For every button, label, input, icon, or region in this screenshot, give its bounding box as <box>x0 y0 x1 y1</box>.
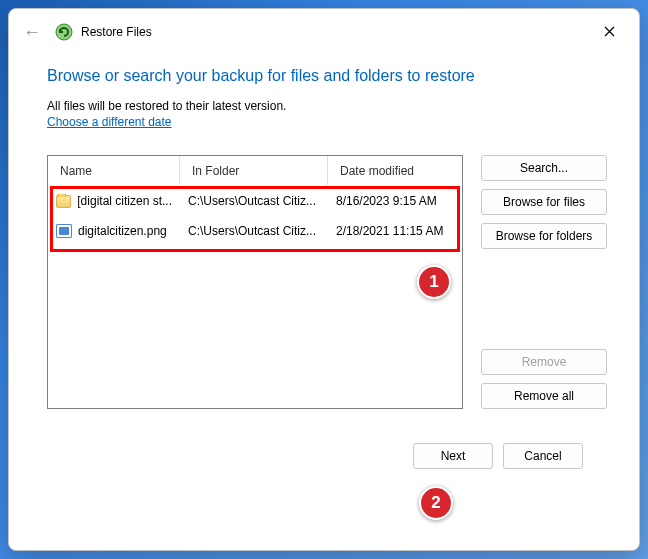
row-folder: C:\Users\Outcast Citiz... <box>180 194 328 208</box>
content-area: Browse or search your backup for files a… <box>9 55 639 550</box>
main-row: Name In Folder Date modified [digital ci… <box>47 155 607 409</box>
titlebar: ← Restore Files <box>9 9 639 55</box>
folder-icon <box>56 195 71 208</box>
list-header: Name In Folder Date modified <box>48 156 462 186</box>
remove-button[interactable]: Remove <box>481 349 607 375</box>
svg-point-0 <box>56 24 72 40</box>
choose-date-link[interactable]: Choose a different date <box>47 115 607 129</box>
footer-buttons: Next Cancel <box>47 443 607 489</box>
col-header-date[interactable]: Date modified <box>328 156 462 185</box>
col-header-name[interactable]: Name <box>48 156 180 185</box>
search-button[interactable]: Search... <box>481 155 607 181</box>
next-button[interactable]: Next <box>413 443 493 469</box>
table-row[interactable]: digitalcitizen.png C:\Users\Outcast Citi… <box>48 216 462 246</box>
browse-folders-button[interactable]: Browse for folders <box>481 223 607 249</box>
file-list[interactable]: Name In Folder Date modified [digital ci… <box>47 155 463 409</box>
list-rows: [digital citizen st... C:\Users\Outcast … <box>48 186 462 246</box>
col-header-folder[interactable]: In Folder <box>180 156 328 185</box>
row-date: 2/18/2021 11:15 AM <box>328 224 462 238</box>
row-date: 8/16/2023 9:15 AM <box>328 194 462 208</box>
restore-files-window: ← Restore Files Browse or search your ba… <box>8 8 640 551</box>
remove-all-button[interactable]: Remove all <box>481 383 607 409</box>
row-name: digitalcitizen.png <box>78 224 167 238</box>
cancel-button[interactable]: Cancel <box>503 443 583 469</box>
row-name: [digital citizen st... <box>77 194 172 208</box>
subtext: All files will be restored to their late… <box>47 99 607 113</box>
image-file-icon <box>56 224 72 238</box>
row-folder: C:\Users\Outcast Citiz... <box>180 224 328 238</box>
restore-app-icon <box>55 23 73 41</box>
back-arrow-icon[interactable]: ← <box>23 22 41 43</box>
page-title: Browse or search your backup for files a… <box>47 67 607 85</box>
table-row[interactable]: [digital citizen st... C:\Users\Outcast … <box>48 186 462 216</box>
app-title: Restore Files <box>81 25 152 39</box>
browse-files-button[interactable]: Browse for files <box>481 189 607 215</box>
close-button[interactable] <box>591 17 627 45</box>
side-buttons: Search... Browse for files Browse for fo… <box>481 155 607 409</box>
